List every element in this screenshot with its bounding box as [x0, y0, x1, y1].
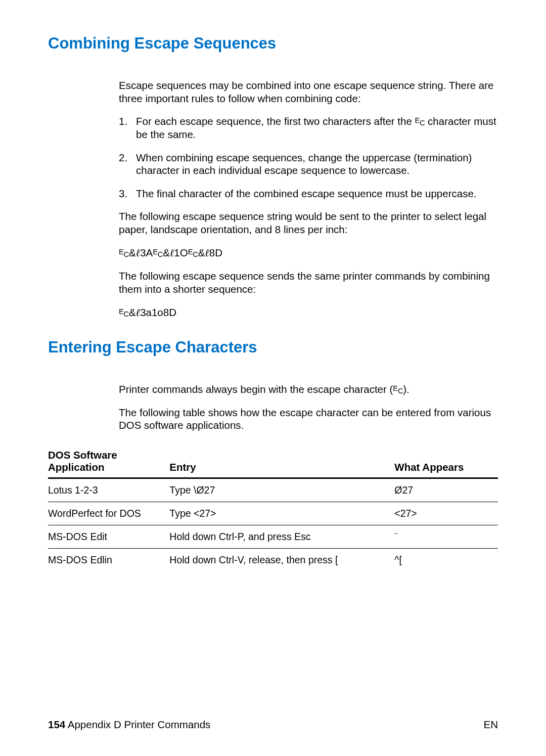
combining-intro: Escape sequences may be combined into on…	[119, 79, 498, 105]
entering-p1a: Printer commands always begin with the e…	[119, 383, 393, 395]
col-header-application: DOS Software Application	[48, 447, 169, 478]
col-header-appears: What Appears	[394, 447, 498, 478]
seq-part: &	[129, 247, 136, 258]
entering-p2: The following table shows how the escape…	[119, 406, 498, 432]
ec-symbol: EC	[153, 250, 163, 258]
cell-entry: Hold down Ctrl-P, and press Esc	[169, 525, 394, 549]
ell-symbol: ℓ	[136, 247, 141, 258]
rules-list: For each escape sequence, the first two …	[119, 115, 498, 200]
cell-appears: ^[	[394, 549, 498, 572]
ec-symbol: EC	[119, 309, 129, 318]
cell-appears: ¨	[394, 525, 498, 549]
page-footer: 154 Appendix D Printer Commands EN	[48, 719, 498, 731]
cell-entry: Hold down Ctrl-V, release, then press [	[169, 549, 394, 572]
cell-app: MS-DOS Edlin	[48, 549, 169, 572]
ec-symbol: EC	[188, 250, 198, 258]
escape-sequence-short: EC&ℓ3a1o8D	[119, 306, 498, 320]
escape-character-table: DOS Software Application Entry What Appe…	[48, 447, 498, 571]
ec-symbol: EC	[415, 118, 425, 126]
entering-p1: Printer commands always begin with the e…	[119, 383, 498, 396]
col1-line1: DOS Software	[48, 449, 117, 461]
ell-symbol: ℓ	[205, 247, 209, 258]
cell-app: MS-DOS Edit	[48, 525, 169, 549]
footer-lang: EN	[484, 719, 498, 731]
cell-app: Lotus 1-2-3	[48, 478, 169, 502]
heading-entering: Entering Escape Characters	[48, 338, 498, 357]
cell-appears: <27>	[394, 502, 498, 525]
seq2-a: &	[129, 306, 136, 318]
cell-app: WordPerfect for DOS	[48, 502, 169, 525]
entering-body: Printer commands always begin with the e…	[119, 383, 498, 432]
table-row: MS-DOS Edlin Hold down Ctrl-V, release, …	[48, 549, 498, 572]
seq-part: 8D	[209, 247, 222, 258]
footer-section: Appendix D Printer Commands	[65, 719, 210, 730]
rule-1: For each escape sequence, the first two …	[119, 115, 498, 141]
seq2-b: 3a1o8D	[140, 306, 176, 318]
cell-appears: Ø27	[394, 478, 498, 502]
table-row: Lotus 1-2-3 Type \Ø27 Ø27	[48, 478, 498, 502]
rule-3: The final character of the combined esca…	[119, 187, 498, 200]
escape-sequence-long: EC&ℓ3AEC&ℓ1OEC&ℓ8D	[119, 246, 498, 260]
ell-symbol: ℓ	[136, 307, 141, 318]
table-row: MS-DOS Edit Hold down Ctrl-P, and press …	[48, 525, 498, 549]
seq-part: 1O	[174, 247, 188, 258]
footer-left: 154 Appendix D Printer Commands	[48, 719, 210, 731]
seq-part: &	[198, 247, 205, 258]
seq-part: 3A	[140, 247, 153, 258]
seq-part: &	[163, 247, 170, 258]
rule-2: When combining escape sequences, change …	[119, 151, 498, 177]
cell-entry: Type \Ø27	[169, 478, 394, 502]
combining-para2: The following escape sequence string wou…	[119, 210, 498, 236]
combining-para3: The following escape sequence sends the …	[119, 270, 498, 295]
table-row: WordPerfect for DOS Type <27> <27>	[48, 502, 498, 525]
page-number: 154	[48, 719, 65, 730]
entering-p1b: ).	[403, 383, 410, 395]
ec-symbol: EC	[393, 386, 403, 394]
combining-body: Escape sequences may be combined into on…	[119, 79, 498, 319]
heading-combining: Combining Escape Sequences	[48, 34, 498, 53]
cell-entry: Type <27>	[169, 502, 394, 525]
col-header-entry: Entry	[169, 447, 394, 478]
col1-line2: Application	[48, 461, 105, 473]
ec-symbol: EC	[119, 250, 129, 258]
rule-1-before: For each escape sequence, the first two …	[136, 115, 415, 127]
